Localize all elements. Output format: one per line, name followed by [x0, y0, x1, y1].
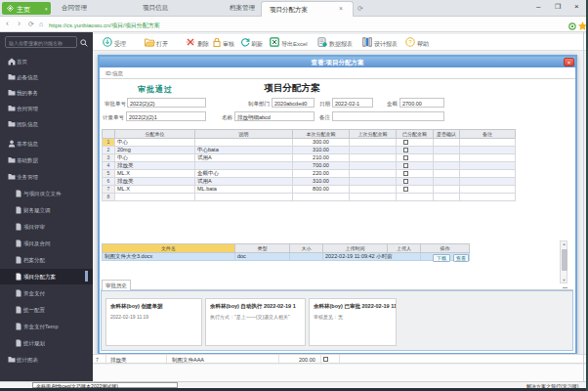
svg-text:?: ?	[408, 39, 412, 45]
